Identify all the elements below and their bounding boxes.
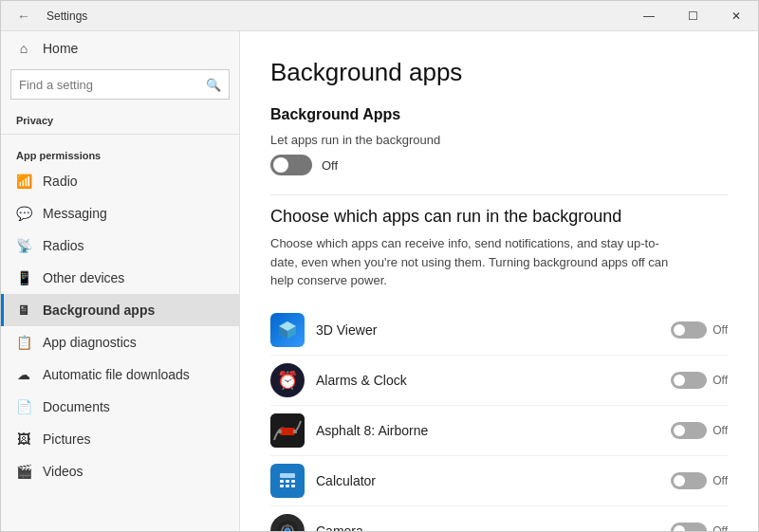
search-icon: 🔍: [206, 78, 221, 92]
home-label: Home: [43, 41, 78, 56]
toggle-knob: [273, 157, 288, 173]
close-button[interactable]: ✕: [714, 1, 758, 31]
sidebar-item-label-auto-downloads: Automatic file downloads: [43, 367, 190, 382]
titlebar-left: ← Settings: [9, 1, 87, 31]
back-button[interactable]: ←: [9, 1, 39, 31]
sidebar-item-app-diagnostics[interactable]: 📋 App diagnostics: [1, 326, 239, 358]
page-title: Background apps: [270, 58, 728, 87]
maximize-button[interactable]: ☐: [671, 1, 714, 31]
main-content: Background apps Background Apps Let apps…: [240, 31, 758, 531]
app-name-camera: Camera: [316, 523, 671, 532]
settings-window: ← Settings — ☐ ✕ ⌂ Home 🔍 Privacy App pe…: [0, 0, 759, 532]
app-row-asphalt: Asphalt 8: Airborne Off: [270, 406, 728, 456]
other-devices-icon: 📱: [16, 270, 31, 285]
background-apps-desc: Let apps run in the background: [270, 133, 728, 147]
pictures-icon: 🖼: [16, 431, 31, 447]
app-diagnostics-icon: 📋: [16, 335, 31, 350]
toggle-sm-knob: [674, 324, 685, 336]
app-name-alarms: Alarms & Clock: [316, 373, 671, 388]
sidebar-item-home[interactable]: ⌂ Home: [1, 31, 239, 65]
background-toggle-row: Off: [270, 155, 728, 175]
app-row-calculator: Calculator Off: [270, 456, 728, 506]
app-toggle-calculator[interactable]: [671, 472, 707, 489]
sidebar-item-other-devices[interactable]: 📱 Other devices: [1, 262, 239, 294]
background-apps-section-title: Background Apps: [270, 106, 728, 123]
app-icon-asphalt: [270, 413, 305, 448]
sidebar-item-label-radio: Radio: [43, 174, 78, 189]
sidebar-item-label-app-diagnostics: App diagnostics: [43, 335, 137, 350]
app-name-asphalt: Asphalt 8: Airborne: [316, 423, 671, 438]
app-name-calculator: Calculator: [316, 473, 671, 488]
search-input[interactable]: [19, 78, 206, 92]
app-toggle-label-3dviewer: Off: [713, 323, 728, 337]
radios-icon: 📡: [16, 238, 31, 253]
svg-rect-10: [280, 480, 284, 483]
app-toggle-label-alarms: Off: [713, 374, 728, 387]
videos-icon: 🎬: [16, 464, 31, 479]
sidebar-item-automatic-file-downloads[interactable]: ☁ Automatic file downloads: [1, 358, 239, 391]
radio-icon: 📶: [16, 174, 31, 189]
background-apps-icon: 🖥: [16, 303, 31, 318]
sidebar-item-label-messaging: Messaging: [43, 206, 107, 221]
app-toggle-area-alarms: Off: [671, 372, 728, 389]
sidebar-item-label-other-devices: Other devices: [43, 270, 124, 285]
titlebar-title: Settings: [46, 9, 87, 23]
svg-rect-11: [286, 480, 289, 483]
sidebar-item-messaging[interactable]: 💬 Messaging: [1, 197, 239, 229]
sidebar-section-privacy: Privacy: [1, 107, 239, 130]
app-toggle-label-calculator: Off: [713, 474, 728, 487]
app-toggle-label-asphalt: Off: [713, 424, 728, 437]
app-row-alarms: ⏰ Alarms & Clock Off: [270, 356, 728, 406]
toggle-sm-knob-calculator: [674, 475, 685, 486]
search-box[interactable]: 🔍: [10, 69, 230, 100]
app-toggle-3dviewer[interactable]: [671, 321, 707, 339]
app-toggle-alarms[interactable]: [671, 372, 707, 389]
background-toggle-label: Off: [322, 158, 338, 173]
sidebar: ⌂ Home 🔍 Privacy App permissions 📶 Radio…: [1, 31, 240, 531]
sidebar-item-label-videos: Videos: [43, 464, 83, 479]
app-toggle-asphalt[interactable]: [671, 422, 707, 439]
minimize-button[interactable]: —: [627, 1, 671, 31]
app-icon-3dviewer: [270, 313, 305, 347]
app-toggle-area-asphalt: Off: [671, 422, 728, 439]
svg-rect-14: [286, 485, 289, 487]
app-row-camera: Camera Off: [270, 506, 728, 532]
sidebar-item-documents[interactable]: 📄 Documents: [1, 391, 239, 423]
app-toggle-label-camera: Off: [713, 524, 728, 532]
app-row-3dviewer: 3D Viewer Off: [270, 305, 728, 356]
svg-rect-7: [293, 430, 297, 433]
toggle-sm-knob-asphalt: [674, 425, 685, 436]
toggle-sm-knob-camera: [674, 525, 685, 532]
svg-rect-20: [283, 525, 292, 527]
svg-rect-5: [280, 428, 295, 435]
sidebar-item-radio[interactable]: 📶 Radio: [1, 165, 239, 197]
svg-rect-13: [280, 485, 284, 487]
section-divider: [270, 194, 728, 195]
sidebar-item-label-background-apps: Background apps: [43, 303, 155, 318]
messaging-icon: 💬: [16, 206, 31, 221]
sidebar-item-videos[interactable]: 🎬 Videos: [1, 455, 239, 487]
app-toggle-area-calculator: Off: [671, 472, 728, 489]
app-toggle-area-3dviewer: Off: [671, 321, 728, 339]
app-toggle-area-camera: Off: [671, 523, 728, 532]
app-list: 3D Viewer Off ⏰ Alarms & Clock: [270, 305, 728, 532]
svg-rect-12: [291, 480, 295, 483]
sidebar-divider-1: [1, 134, 239, 135]
app-permissions-label: App permissions: [1, 142, 239, 165]
app-toggle-camera[interactable]: [671, 523, 707, 532]
titlebar-controls: — ☐ ✕: [627, 1, 758, 31]
svg-rect-9: [280, 473, 295, 478]
app-icon-alarms: ⏰: [270, 363, 305, 397]
background-toggle[interactable]: [270, 155, 312, 175]
choose-desc: Choose which apps can receive info, send…: [270, 234, 669, 290]
sidebar-item-label-pictures: Pictures: [43, 431, 91, 447]
sidebar-item-radios[interactable]: 📡 Radios: [1, 229, 239, 262]
sidebar-item-pictures[interactable]: 🖼 Pictures: [1, 423, 239, 455]
app-name-3dviewer: 3D Viewer: [316, 322, 671, 338]
sidebar-item-background-apps[interactable]: 🖥 Background apps: [1, 294, 239, 326]
content-area: ⌂ Home 🔍 Privacy App permissions 📶 Radio…: [1, 31, 758, 531]
toggle-sm-knob-alarms: [674, 375, 685, 386]
choose-section-title: Choose which apps can run in the backgro…: [270, 207, 728, 227]
home-icon: ⌂: [16, 41, 31, 56]
app-icon-camera: [270, 514, 305, 532]
